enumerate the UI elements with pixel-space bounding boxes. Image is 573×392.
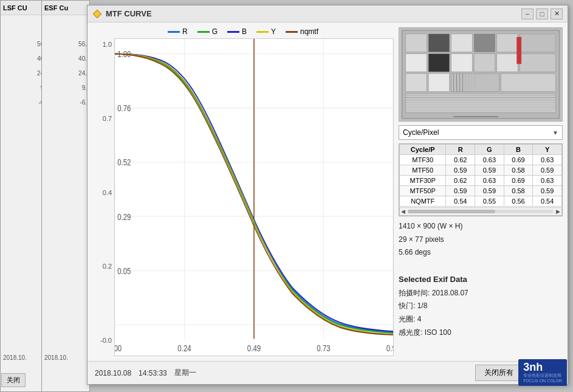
svg-text:0.05: 0.05: [117, 266, 131, 276]
brand-logo: 3nh: [523, 362, 562, 373]
svg-rect-34: [451, 53, 473, 72]
close-button[interactable]: ✕: [551, 9, 563, 19]
info-resolution: 1410 × 900 (W × H): [399, 220, 563, 233]
close-all-button[interactable]: 关闭所有: [475, 365, 523, 381]
svg-text:0.00: 0.00: [115, 343, 122, 354]
svg-text:0.73: 0.73: [317, 343, 330, 354]
svg-rect-38: [406, 74, 427, 92]
info-aperture: 光圈: 4: [399, 313, 563, 326]
scrollbar-left-arrow[interactable]: ◀: [400, 208, 407, 215]
brand-tagline: 专业色彩仪器制造商FOCUS ON COLOR: [523, 373, 562, 383]
table-body: MTF300.620.630.690.63MTF500.590.590.580.…: [400, 155, 562, 207]
dropdown-arrow-icon: ▼: [552, 129, 558, 136]
table-scrollbar[interactable]: ◀ ▶: [399, 207, 562, 216]
legend-color-nqmtf: [286, 31, 298, 33]
minimize-button[interactable]: −: [521, 9, 534, 19]
table-scroll: Cycle/P R G B Y MTF300.620.630.690.63MTF…: [399, 144, 562, 207]
legend-item-R: R: [168, 27, 188, 36]
bg-win2-yaxis: 56. 40. 24. 9. -6.: [78, 37, 87, 110]
bg-close-button[interactable]: 关闭: [1, 373, 26, 387]
col-cycle: Cycle/P: [400, 145, 446, 155]
svg-rect-58: [516, 37, 521, 64]
y-axis-labels: 1.0 0.7 0.4 0.2 -0.0: [92, 38, 114, 356]
svg-rect-31: [520, 34, 555, 52]
target-svg: ═══════════════: [399, 28, 562, 121]
y-label-4: 0.2: [103, 263, 112, 270]
scrollbar-track: [408, 210, 554, 213]
svg-rect-30: [497, 34, 518, 52]
bg-bottom-buttons: 关闭: [1, 373, 26, 387]
bottom-date: 2018.10.08: [95, 369, 131, 377]
info-shoot-time: 拍摄时间: 2018.08.07: [399, 287, 563, 300]
legend-item-Y: Y: [256, 27, 276, 36]
data-table: Cycle/P R G B Y MTF300.620.630.690.63MTF…: [399, 143, 563, 216]
window-title: MTF CURVE: [106, 9, 521, 18]
chart-canvas: 1.00 0.76 0.52 0.29 0.05: [114, 38, 394, 356]
svg-rect-26: [406, 34, 427, 52]
col-R: R: [446, 145, 475, 155]
svg-rect-28: [451, 34, 473, 52]
svg-text:0.76: 0.76: [117, 103, 131, 114]
dropdown-label: Cycle/Pixel: [403, 128, 552, 137]
info-section: 1410 × 900 (W × H) 29 × 77 pixels 5.66 d…: [399, 220, 563, 339]
svg-rect-32: [406, 53, 427, 72]
svg-rect-41: [501, 74, 556, 92]
legend-color-Y: [256, 31, 269, 33]
legend-color-R: [168, 31, 180, 33]
info-iso: 感光度: ISO 100: [399, 326, 563, 340]
scrollbar-right-arrow[interactable]: ▶: [555, 208, 561, 215]
legend-label-B: B: [242, 27, 247, 36]
chart-legend: R G B Y nqmtf: [92, 27, 394, 36]
info-degs: 5.66 degs: [399, 246, 563, 260]
svg-rect-40: [451, 74, 499, 92]
maximize-button[interactable]: □: [536, 9, 548, 19]
legend-label-nqmtf: nqmtf: [300, 27, 318, 36]
svg-text:0.29: 0.29: [117, 211, 131, 222]
svg-rect-36: [497, 53, 518, 72]
bg-win1-bottom: 2018.10.: [3, 354, 27, 361]
legend-label-R: R: [182, 27, 188, 36]
title-bar: MTF CURVE − □ ✕: [87, 5, 568, 22]
svg-rect-37: [520, 53, 555, 72]
mtf-window-icon: [92, 9, 102, 19]
info-shutter: 快门: 1/8: [399, 300, 563, 313]
bg-window-esf: ESF Cu 56. 40. 24. 9. -6. 2018.10.: [41, 0, 90, 392]
col-B: B: [504, 145, 533, 155]
bottom-bar: 2018.10.08 14:53:33 星期一 关闭所有 截图: [87, 361, 568, 384]
table-row: MTF30P0.620.630.690.63: [400, 176, 562, 186]
bottom-time: 14:53:33: [139, 369, 167, 377]
legend-item-nqmtf: nqmtf: [286, 27, 318, 36]
scrollbar-thumb: [408, 210, 495, 213]
chart-svg: 1.00 0.76 0.52 0.29 0.05: [115, 39, 393, 356]
cycle-dropdown[interactable]: Cycle/Pixel ▼: [399, 125, 563, 140]
svg-rect-29: [474, 34, 495, 52]
exif-title: Selected Exif Data: [399, 272, 563, 286]
svg-text:0.49: 0.49: [247, 343, 261, 354]
table-row: MTF500.590.590.580.59: [400, 165, 562, 176]
y-label-5: -0.0: [100, 337, 112, 344]
target-thumbnail: ═══════════════: [399, 27, 563, 122]
table-header: Cycle/P R G B Y: [400, 145, 562, 155]
y-label-3: 0.4: [103, 189, 112, 196]
bg-win2-title: ESF Cu: [42, 1, 89, 15]
right-panel: ═══════════════ Cycle/Pixel ▼ Cycle/P R: [399, 27, 563, 356]
svg-text:0.97: 0.97: [386, 343, 393, 354]
legend-color-G: [197, 31, 210, 33]
svg-text:═══════════════: ═══════════════: [453, 114, 498, 119]
col-G: G: [475, 145, 504, 155]
svg-rect-27: [428, 34, 450, 52]
legend-label-G: G: [212, 27, 218, 36]
svg-rect-39: [428, 74, 450, 92]
y-label-2: 0.7: [103, 115, 112, 122]
mtf-window: MTF CURVE − □ ✕ R G B: [87, 5, 568, 385]
bg-win2-bottom: 2018.10.: [44, 354, 68, 361]
legend-label-Y: Y: [271, 27, 276, 36]
svg-text:0.24: 0.24: [177, 343, 191, 354]
chart-wrapper: 1.00 0.76 0.52 0.29 0.05: [114, 38, 394, 356]
chart-area: R G B Y nqmtf: [92, 27, 394, 356]
svg-rect-33: [428, 53, 450, 72]
bottom-day: 星期一: [174, 368, 196, 378]
table-header-row: Cycle/P R G B Y: [400, 145, 562, 155]
table-row: MTF300.620.630.690.63: [400, 155, 562, 165]
legend-item-B: B: [227, 27, 247, 36]
